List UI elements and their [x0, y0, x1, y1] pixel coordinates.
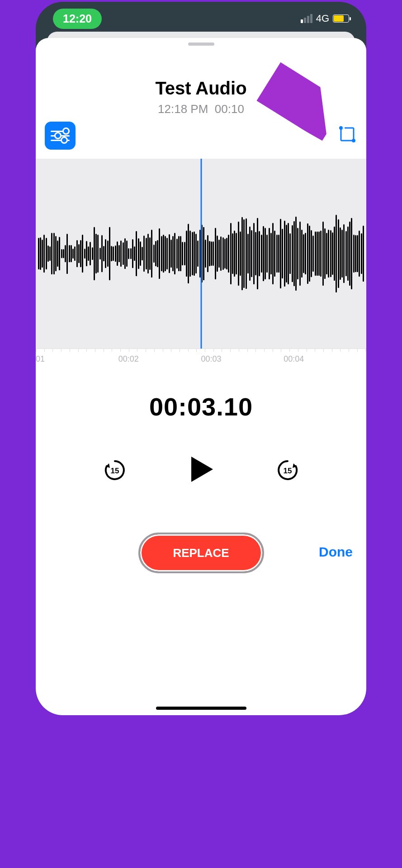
playback-settings-button[interactable] [45, 122, 76, 150]
svg-text:15: 15 [110, 467, 119, 475]
sheet-grabber[interactable] [188, 42, 214, 46]
recording-title[interactable]: Test Audio [36, 78, 366, 99]
network-label: 4G [316, 13, 329, 24]
cellular-signal-icon [301, 14, 312, 23]
playhead[interactable] [200, 159, 202, 349]
crop-icon [338, 125, 356, 143]
status-time-pill[interactable]: 12:20 [53, 9, 102, 29]
skip-forward-15-icon: 15 [276, 459, 299, 481]
play-button[interactable] [185, 453, 218, 487]
waveform-area[interactable]: 01 00:02 00:03 00:04 0 [36, 159, 366, 367]
skip-back-15-icon: 15 [104, 459, 126, 481]
sliders-icon [51, 131, 70, 132]
timecode-display: 00:03.10 [36, 392, 366, 421]
replace-button[interactable]: REPLACE [138, 533, 264, 573]
recorded-time: 12:18 PM [158, 102, 208, 116]
time-ruler[interactable]: 01 00:02 00:03 00:04 0 [36, 349, 366, 367]
status-right: 4G ⚡ [301, 13, 349, 24]
svg-text:15: 15 [283, 467, 292, 475]
svg-point-5 [352, 139, 355, 142]
status-bar: 12:20 4G ⚡ [36, 2, 366, 35]
skip-back-button[interactable]: 15 [104, 459, 126, 481]
trim-button[interactable] [338, 125, 356, 143]
recording-duration: 00:10 [215, 102, 244, 116]
battery-icon: ⚡ [333, 14, 349, 23]
edit-sheet: Test Audio 12:18 PM 00:10 [36, 38, 366, 715]
play-icon [185, 453, 218, 486]
home-indicator[interactable] [156, 707, 246, 710]
done-button[interactable]: Done [319, 544, 353, 560]
skip-forward-button[interactable]: 15 [276, 459, 299, 481]
